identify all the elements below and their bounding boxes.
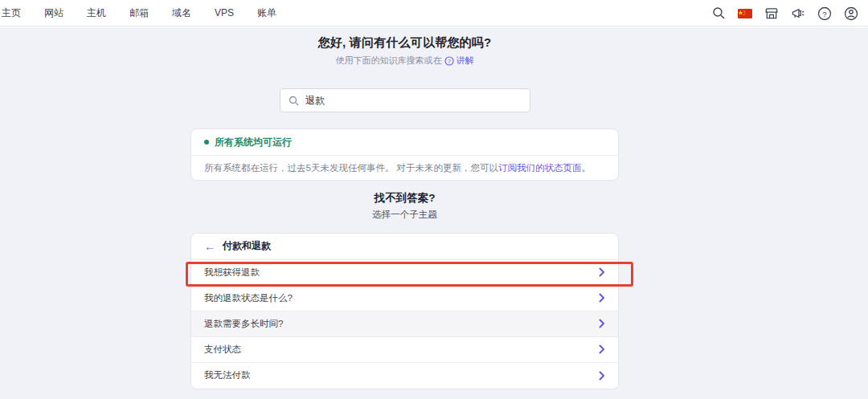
topics-header: ← 付款和退款 <box>191 234 618 260</box>
nav-item-website[interactable]: 网站 <box>44 6 63 20</box>
topic-label: 我的退款状态是什么? <box>204 292 293 304</box>
status-description: 所有系统都在运行，过去5天未发现任何事件。 对于未来的更新，您可以订阅我们的状态… <box>191 156 618 181</box>
main-content: 您好, 请问有什么可以帮您的吗? 使用下面的知识库搜索或在 ? 讲解 <box>0 27 868 399</box>
search-icon[interactable] <box>711 6 726 21</box>
nav-item-vps[interactable]: VPS <box>215 7 234 18</box>
nav-item-email[interactable]: 邮箱 <box>129 6 149 20</box>
topic-row-refund-status[interactable]: 我的退款状态是什么? <box>191 286 618 311</box>
status-text: 所有系统都在运行，过去5天未发现任何事件。 对于未来的更新，您可以 <box>204 162 498 174</box>
status-dot-icon <box>204 140 209 145</box>
help-circle-icon: ? <box>444 56 454 66</box>
knowledgebase-search[interactable] <box>280 88 530 112</box>
storefront-icon[interactable] <box>764 6 779 21</box>
explain-link[interactable]: 讲解 <box>457 55 474 67</box>
help-center-screen: 主页 网站 主机 邮箱 域名 VPS 账单 <box>0 0 868 399</box>
page-subtitle: 使用下面的知识库搜索或在 ? 讲解 <box>190 55 619 67</box>
topic-label: 我想获得退款 <box>204 267 260 279</box>
topic-label: 退款需要多长时间? <box>204 318 283 330</box>
nav-menu: 主页 网站 主机 邮箱 域名 VPS 账单 <box>0 6 300 20</box>
search-icon <box>289 96 299 106</box>
language-flag-china[interactable] <box>738 6 752 21</box>
status-header[interactable]: 所有系统均可运行 <box>191 129 618 156</box>
subtopics-card: ← 付款和退款 我想获得退款 我的退款状态是什么? 退款需要多长时间? <box>190 233 619 389</box>
nav-actions: ? <box>711 0 858 26</box>
nav-item-hosting[interactable]: 主机 <box>87 6 106 20</box>
system-status-card: 所有系统均可运行 所有系统都在运行，过去5天未发现任何事件。 对于未来的更新，您… <box>190 128 619 181</box>
chevron-right-icon <box>599 293 605 303</box>
chevron-right-icon <box>599 267 605 277</box>
topic-row-payment-status[interactable]: 支付状态 <box>191 337 618 363</box>
chevron-right-icon <box>599 319 605 328</box>
svg-text:?: ? <box>448 58 451 63</box>
page-title: 您好, 请问有什么可以帮您的吗? <box>190 35 619 51</box>
svg-text:?: ? <box>822 9 826 18</box>
chevron-right-icon <box>599 344 605 354</box>
topics-title: 付款和退款 <box>223 239 271 253</box>
topic-label: 支付状态 <box>204 344 241 356</box>
topic-row-cannot-pay[interactable]: 我无法付款 <box>191 363 618 389</box>
back-arrow-icon[interactable]: ← <box>204 241 215 252</box>
not-found-subtitle: 选择一个子主题 <box>190 209 619 221</box>
nav-item-domains[interactable]: 域名 <box>172 6 191 20</box>
status-page-link[interactable]: 订阅我们的状态页面。 <box>498 162 591 174</box>
nav-item-billing[interactable]: 账单 <box>257 6 276 20</box>
account-icon[interactable] <box>844 6 858 21</box>
top-navigation-bar: 主页 网站 主机 邮箱 域名 VPS 账单 <box>0 0 868 26</box>
topic-row-refund-duration[interactable]: 退款需要多长时间? <box>191 311 618 337</box>
nav-item-home[interactable]: 主页 <box>2 6 21 20</box>
topic-label: 我无法付款 <box>204 369 251 381</box>
subtitle-text: 使用下面的知识库搜索或在 <box>336 55 442 67</box>
topic-row-refund-request[interactable]: 我想获得退款 <box>191 260 618 286</box>
status-title: 所有系统均可运行 <box>215 136 292 149</box>
chevron-right-icon <box>599 371 605 381</box>
search-input[interactable] <box>305 95 522 106</box>
not-found-title: 找不到答案? <box>190 191 619 206</box>
megaphone-icon[interactable] <box>791 6 805 21</box>
help-icon[interactable]: ? <box>817 6 832 21</box>
